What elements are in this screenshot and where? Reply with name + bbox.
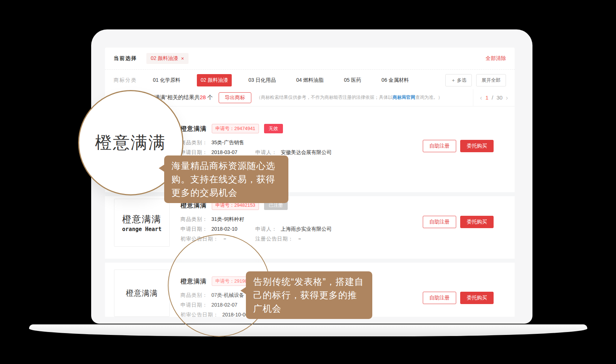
pagination: ‹ 1 / 30 › bbox=[473, 89, 515, 106]
applicant-value: 上海雨步实业有限公司 bbox=[281, 226, 332, 232]
application-number-tag: 申请号：29474941 bbox=[212, 124, 259, 133]
trademark-result-row: 橙意满满 orange Heart 橙意满满 申请号：29482153 已注册 … bbox=[105, 196, 515, 259]
laptop-base bbox=[29, 324, 587, 336]
row-actions: 自助注册 委托购买 bbox=[423, 292, 494, 304]
registration-publication-label: 注册公告日期： bbox=[255, 236, 293, 242]
self-register-button[interactable]: 自助注册 bbox=[423, 216, 456, 228]
disclaimer-text-pre: （商标检索结果仅供参考，不作为商标能否注册的法律依据；具体以 bbox=[256, 95, 393, 100]
self-register-button[interactable]: 自助注册 bbox=[423, 292, 456, 304]
close-icon[interactable]: × bbox=[181, 56, 184, 61]
category-item-05[interactable]: 05 医药 bbox=[340, 74, 365, 86]
filter-panel: 当前选择 02 颜料油漆 × 全部清除 商标分类 01 化学原料 02 颜料油漆… bbox=[105, 48, 515, 91]
entrust-buy-button[interactable]: 委托购买 bbox=[460, 292, 494, 304]
selected-filter-tag[interactable]: 02 颜料油漆 × bbox=[146, 53, 189, 64]
pagination-total-pages: 30 bbox=[497, 94, 503, 101]
category-item-06[interactable]: 06 金属材料 bbox=[378, 74, 412, 86]
category-row: 商标分类 01 化学原料 02 颜料油漆 03 日化用品 04 燃料油脂 05 … bbox=[105, 69, 515, 91]
category-item-01[interactable]: 01 化学原料 bbox=[149, 74, 184, 86]
callout-bubble-marketplace: 海量精品商标资源随心选购。支持在线交易，获得更多的交易机会 bbox=[164, 155, 288, 203]
row-divider bbox=[105, 259, 515, 263]
apply-date-value: 2018-03-07 bbox=[211, 149, 238, 155]
row-actions: 自助注册 委托购买 bbox=[423, 216, 494, 228]
entrust-buy-button[interactable]: 委托购买 bbox=[460, 140, 494, 152]
chevron-left-icon[interactable]: ‹ bbox=[480, 94, 482, 101]
expand-all-button[interactable]: 展开全部 bbox=[476, 74, 506, 86]
multi-select-button[interactable]: ＋ 多选 bbox=[445, 74, 472, 86]
callout-bubble-promotion: 告别传统“发表格”，搭建自己的标行，获得更多的推广机会 bbox=[246, 271, 372, 319]
pagination-current-page: 1 bbox=[485, 94, 488, 101]
status-badge: 无效 bbox=[264, 124, 283, 133]
entrust-buy-button[interactable]: 委托购买 bbox=[460, 216, 494, 228]
category-row-label: 商标分类 bbox=[114, 77, 137, 84]
application-number-value: 29482153 bbox=[234, 202, 255, 208]
category-item-03[interactable]: 03 日化用品 bbox=[245, 74, 279, 86]
applicant-value: 安徽美达会展有限公司 bbox=[281, 149, 332, 155]
trademark-image-box[interactable]: 橙意满满 orange Heart bbox=[114, 199, 170, 247]
trademark-name[interactable]: 橙意满满 bbox=[181, 125, 207, 133]
pagination-separator: / bbox=[492, 94, 493, 101]
results-disclaimer: （商标检索结果仅供参考，不作为商标能否注册的法律依据；具体以商标局官网查询为准。… bbox=[256, 94, 443, 101]
apply-date-label: 申请日期： bbox=[181, 149, 208, 155]
category-label: 商品类别： bbox=[181, 139, 208, 145]
trademark-image-box[interactable]: 橙意满满 bbox=[114, 270, 170, 317]
disclaimer-text-post: 查询为准。） bbox=[415, 95, 442, 100]
results-count: 28 bbox=[200, 94, 206, 100]
trademark-mark-text: 橙意满满 bbox=[122, 213, 162, 225]
registration-publication-value: － bbox=[297, 236, 302, 242]
apply-date-value: 2018-02-10 bbox=[211, 226, 238, 232]
category-value: 35类-广告销售 bbox=[211, 139, 244, 145]
trademark-office-link[interactable]: 商标局官网 bbox=[393, 95, 416, 100]
category-item-04[interactable]: 04 燃料油脂 bbox=[292, 74, 327, 86]
magnified-trademark-text: 橙意满满 bbox=[95, 132, 166, 154]
applicant-label: 申请人： bbox=[255, 226, 277, 232]
trademark-mark-text: 橙意满满 bbox=[126, 288, 158, 298]
results-summary-suffix: 个 bbox=[206, 94, 213, 100]
row-actions: 自助注册 委托购买 bbox=[423, 140, 494, 152]
application-number-value: 29474941 bbox=[234, 126, 255, 131]
applicant-label: 申请人： bbox=[255, 149, 277, 155]
category-value: 31类-饲料种籽 bbox=[211, 216, 244, 222]
chevron-right-icon[interactable]: › bbox=[506, 94, 508, 101]
apply-date-label: 申请日期： bbox=[181, 226, 208, 232]
current-selection-label: 当前选择 bbox=[114, 55, 137, 62]
page: 当前选择 02 颜料油漆 × 全部清除 商标分类 01 化学原料 02 颜料油漆… bbox=[0, 0, 616, 364]
clear-all-link[interactable]: 全部清除 bbox=[486, 55, 506, 62]
category-item-02-selected[interactable]: 02 颜料油漆 bbox=[197, 74, 231, 86]
category-label: 商品类别： bbox=[181, 216, 208, 222]
self-register-button[interactable]: 自助注册 bbox=[423, 140, 456, 152]
trademark-mark-subtext: orange Heart bbox=[122, 226, 161, 232]
export-trademarks-button[interactable]: 导出商标 bbox=[219, 92, 251, 103]
application-number-label: 申请号： bbox=[215, 126, 234, 131]
application-number-label: 申请号： bbox=[215, 202, 234, 208]
selected-filter-tag-label: 02 颜料油漆 bbox=[151, 55, 178, 62]
current-selection-row: 当前选择 02 颜料油漆 × 全部清除 bbox=[105, 48, 515, 69]
